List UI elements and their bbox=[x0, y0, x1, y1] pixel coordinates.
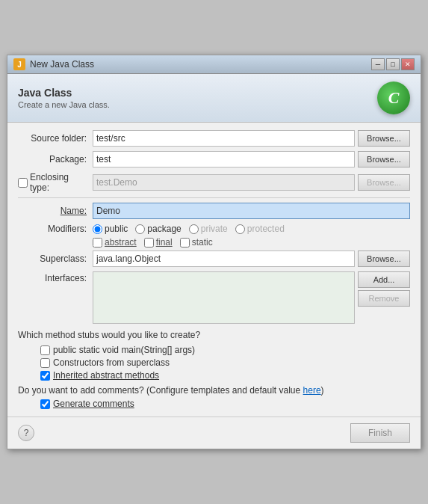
generate-comments-row: Generate comments bbox=[40, 399, 410, 409]
modifier-checkboxes: abstract final static bbox=[93, 237, 285, 248]
dialog-footer: ? Finish bbox=[7, 417, 421, 449]
form-content: Source folder: Browse... Package: Browse… bbox=[7, 123, 421, 417]
generate-comments-label: Generate comments bbox=[53, 399, 134, 409]
modifiers-row: Modifiers: public package pr bbox=[18, 224, 410, 248]
help-button[interactable]: ? bbox=[18, 425, 34, 441]
minimize-button[interactable]: ─ bbox=[371, 58, 385, 70]
stub-main-checkbox[interactable] bbox=[40, 345, 50, 355]
modifiers-label: Modifiers: bbox=[18, 224, 93, 234]
window-title: New Java Class bbox=[30, 59, 94, 70]
modifiers-radio-group: public package private protected bbox=[93, 224, 285, 234]
close-button[interactable]: ✕ bbox=[401, 58, 415, 70]
name-input[interactable] bbox=[93, 203, 410, 219]
comments-question: Do you want to add comments? (Configure … bbox=[18, 385, 410, 396]
eclipse-logo: C bbox=[377, 82, 410, 114]
enclosing-type-row: Enclosing type: Browse... bbox=[18, 172, 410, 193]
interfaces-list bbox=[93, 271, 355, 324]
enclosing-type-browse-button[interactable]: Browse... bbox=[358, 174, 410, 191]
static-checkbox-item[interactable]: static bbox=[180, 237, 213, 248]
stub-main-method: public static void main(String[] args) bbox=[40, 345, 410, 355]
comments-here-link[interactable]: here bbox=[303, 385, 321, 396]
title-bar: J New Java Class ─ □ ✕ bbox=[7, 55, 421, 74]
enclosing-type-label[interactable]: Enclosing type: bbox=[30, 172, 87, 193]
enclosing-type-checkbox[interactable] bbox=[18, 178, 28, 188]
dialog-header: Java Class Create a new Java class. C bbox=[7, 74, 421, 123]
stub-constructors: Constructors from superclass bbox=[40, 357, 410, 368]
method-stubs-section: public static void main(String[] args) C… bbox=[40, 345, 410, 381]
source-folder-input[interactable] bbox=[93, 130, 355, 147]
method-stubs-question: Which method stubs would you like to cre… bbox=[18, 330, 410, 340]
superclass-browse-button[interactable]: Browse... bbox=[358, 251, 410, 267]
comments-question-text: Do you want to add comments? (Configure … bbox=[18, 385, 303, 396]
enclosing-type-input bbox=[93, 174, 355, 191]
interfaces-label: Interfaces: bbox=[18, 271, 93, 283]
stub-inherited-checkbox[interactable] bbox=[40, 371, 50, 381]
modifier-protected[interactable]: protected bbox=[235, 224, 285, 234]
new-java-class-dialog: J New Java Class ─ □ ✕ Java Class Create… bbox=[7, 55, 421, 449]
stub-inherited: Inherited abstract methods bbox=[40, 370, 410, 381]
stub-main-label: public static void main(String[] args) bbox=[53, 345, 195, 355]
abstract-checkbox-item[interactable]: abstract bbox=[93, 237, 137, 248]
modifier-public[interactable]: public bbox=[93, 224, 128, 234]
final-checkbox[interactable] bbox=[144, 238, 154, 248]
interfaces-section: Interfaces: Add... Remove bbox=[18, 271, 410, 324]
dialog-title: Java Class bbox=[18, 87, 110, 99]
interfaces-remove-button[interactable]: Remove bbox=[358, 290, 410, 307]
modifier-package[interactable]: package bbox=[135, 224, 181, 234]
superclass-label: Superclass: bbox=[18, 253, 93, 264]
name-row: Name: bbox=[18, 203, 410, 219]
maximize-button[interactable]: □ bbox=[386, 58, 400, 70]
final-checkbox-item[interactable]: final bbox=[144, 237, 173, 248]
superclass-row: Superclass: Browse... bbox=[18, 251, 410, 267]
stub-inherited-label: Inherited abstract methods bbox=[53, 370, 159, 381]
comments-section: Do you want to add comments? (Configure … bbox=[18, 385, 410, 409]
package-label: Package: bbox=[18, 154, 93, 165]
finish-button[interactable]: Finish bbox=[350, 423, 410, 443]
final-label: final bbox=[156, 237, 173, 248]
source-folder-browse-button[interactable]: Browse... bbox=[358, 130, 410, 147]
generate-comments-checkbox[interactable] bbox=[40, 399, 50, 409]
stub-constructors-checkbox[interactable] bbox=[40, 358, 50, 368]
modifier-private[interactable]: private bbox=[189, 224, 228, 234]
window-icon: J bbox=[13, 58, 25, 70]
interfaces-add-button[interactable]: Add... bbox=[358, 271, 410, 288]
abstract-checkbox[interactable] bbox=[93, 238, 102, 248]
name-label: Name: bbox=[18, 206, 93, 216]
static-label: static bbox=[192, 237, 213, 248]
superclass-input[interactable] bbox=[93, 251, 355, 267]
source-folder-label: Source folder: bbox=[18, 133, 93, 144]
package-input[interactable] bbox=[93, 151, 355, 168]
abstract-label: abstract bbox=[105, 237, 137, 248]
dialog-subtitle: Create a new Java class. bbox=[18, 100, 110, 109]
stub-constructors-label: Constructors from superclass bbox=[53, 357, 170, 368]
package-browse-button[interactable]: Browse... bbox=[358, 151, 410, 168]
package-row: Package: Browse... bbox=[18, 151, 410, 168]
static-checkbox[interactable] bbox=[180, 238, 190, 248]
source-folder-row: Source folder: Browse... bbox=[18, 130, 410, 147]
